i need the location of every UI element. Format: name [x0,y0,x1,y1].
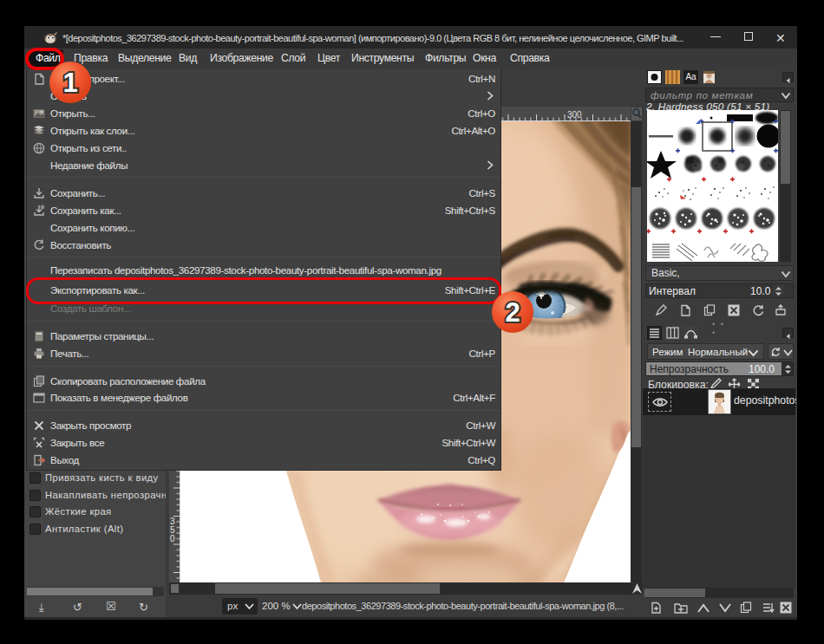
svg-text:0: 0 [170,534,175,543]
svg-text:2: 2 [505,297,520,328]
svg-text:300: 300 [567,110,582,120]
svg-text:1: 1 [62,68,77,98]
